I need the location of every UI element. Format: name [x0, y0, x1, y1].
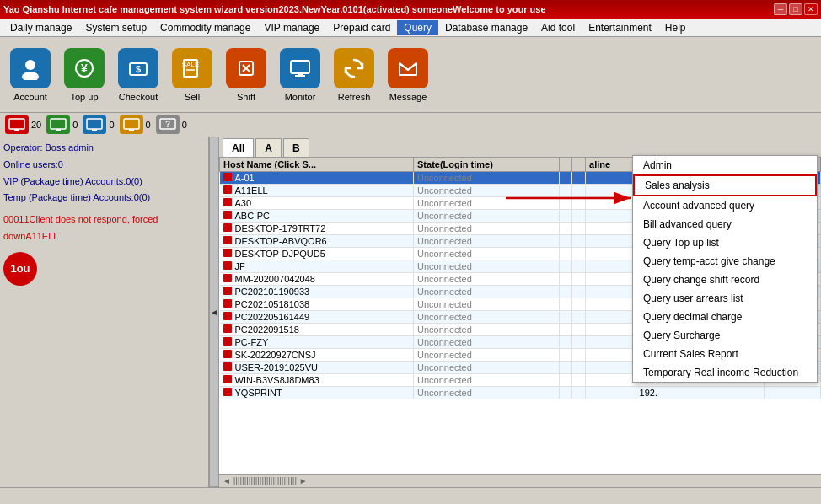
dropdown-bill-advanced[interactable]: Bill advanced query	[633, 215, 817, 233]
menu-database-manage[interactable]: Database manage	[438, 20, 534, 35]
menu-vip-manage[interactable]: VIP manage	[257, 20, 326, 35]
svg-rect-17	[14, 129, 19, 131]
menu-aid-tool[interactable]: Aid tool	[534, 20, 582, 35]
tabs-bar: All A B	[219, 137, 821, 157]
cell-empty2	[572, 197, 586, 210]
cell-state: Unconnected	[414, 349, 560, 362]
menu-entertainment[interactable]: Entertainment	[582, 20, 658, 35]
menu-query[interactable]: Query	[397, 20, 438, 35]
count-red: 20	[31, 120, 41, 130]
dropdown-query-topup[interactable]: Query Top up list	[633, 233, 817, 252]
cell-empty1	[559, 362, 572, 374]
account-icon	[10, 48, 51, 88]
monitor-button[interactable]: Monitor	[275, 41, 325, 109]
cell-state: Unconnected	[414, 223, 560, 235]
menu-system-setup[interactable]: System setup	[78, 20, 153, 35]
dropdown-temp-real[interactable]: Temporary Real income Reduction	[633, 363, 817, 382]
cell-host-name: PC202205161449	[220, 311, 414, 324]
dropdown-query-decimal[interactable]: Query decimal charge	[633, 308, 817, 326]
cell-aline	[586, 223, 636, 235]
topup-button[interactable]: ¥ Top up	[59, 41, 110, 109]
dropdown-sales-analysis[interactable]: Sales analysis	[633, 174, 817, 196]
cell-client	[764, 387, 820, 399]
monitor-icon	[280, 48, 320, 88]
cell-empty2	[572, 235, 586, 248]
sidebar-info: Operator: Boss admin Online users:0 VIP …	[3, 140, 205, 245]
cell-host-name: ABC-PC	[220, 210, 414, 223]
dropdown-query-surcharge[interactable]: Query Surcharge	[633, 326, 817, 345]
menu-daily-manage[interactable]: Daily manage	[3, 20, 78, 35]
cell-state: Unconnected	[414, 273, 560, 286]
cell-empty1	[559, 248, 572, 260]
cell-host-name: A30	[220, 197, 414, 210]
message-button[interactable]: Message	[383, 41, 433, 109]
cell-empty2	[572, 185, 586, 197]
topup-label: Top up	[70, 92, 98, 102]
operator-label: Operator: Boss admin	[3, 140, 205, 157]
cell-empty1	[559, 210, 572, 223]
cell-state: Unconnected	[414, 324, 560, 336]
cell-host-name: YQSPRINT	[220, 387, 414, 399]
cell-aline	[586, 374, 636, 387]
cell-empty2	[572, 311, 586, 324]
cell-empty1	[559, 235, 572, 248]
menubar: Daily manage System setup Commodity mana…	[0, 19, 821, 37]
cell-state: Unconnected	[414, 298, 560, 311]
tab-a[interactable]: A	[255, 138, 282, 157]
cell-host-name: JF	[220, 260, 414, 273]
account-button[interactable]: Account	[5, 41, 56, 109]
cell-state: Unconnected	[414, 197, 560, 210]
tab-b[interactable]: B	[283, 138, 309, 157]
shift-button[interactable]: Shift	[221, 41, 271, 109]
col-empty1	[559, 158, 572, 172]
cell-host-name: SK-20220927CNSJ	[220, 349, 414, 362]
sell-button[interactable]: SALE Sell	[167, 41, 217, 109]
cell-empty1	[559, 374, 572, 387]
cell-empty1	[559, 324, 572, 336]
cell-host-name: PC2022091518	[220, 324, 414, 336]
cell-aline	[586, 273, 636, 286]
temp-package-label: Temp (Package time) Accounts:0(0)	[3, 190, 205, 206]
refresh-button[interactable]: Refresh	[329, 41, 379, 109]
cell-host-name: DESKTOP-179TRT72	[220, 223, 414, 235]
dropdown-query-shift[interactable]: Query change shift record	[633, 271, 817, 289]
cell-state: Unconnected	[414, 235, 560, 248]
dropdown-query-arrears[interactable]: Query user arrears list	[633, 289, 817, 308]
menu-commodity-manage[interactable]: Commodity manage	[153, 20, 257, 35]
dropdown-current-sales[interactable]: Current Sales Report	[633, 345, 817, 363]
menu-help[interactable]: Help	[658, 20, 693, 35]
monitor-status-orange	[120, 115, 143, 134]
col-host-name[interactable]: Host Name (Click S...	[220, 158, 414, 172]
tab-all[interactable]: All	[223, 138, 254, 157]
horizontal-scrollbar[interactable]: ◄ ||||||||||||||||||||||||||||| ►	[219, 474, 821, 487]
status-panel: 20 0 0 0 ? 0	[0, 113, 821, 137]
dropdown-account-advanced[interactable]: Account advanced query	[633, 196, 817, 215]
dropdown-admin[interactable]: Admin	[633, 156, 817, 174]
monitor-status-green	[46, 115, 70, 134]
cell-host-name: USER-20191025VU	[220, 362, 414, 374]
cell-empty1	[559, 273, 572, 286]
cell-host-name: PC202105181038	[220, 298, 414, 311]
svg-rect-21	[92, 129, 97, 131]
cell-host-name: PC202101190933	[220, 286, 414, 298]
dropdown-query-temp[interactable]: Query temp-acct give change	[633, 252, 817, 271]
count-green: 0	[72, 120, 78, 130]
collapse-sidebar-button[interactable]: ◄	[209, 137, 219, 487]
col-aline[interactable]: aline	[586, 158, 636, 172]
cell-aline	[586, 362, 636, 374]
content-area: All A B Host Name (Click S... State(Logi…	[219, 137, 821, 487]
cell-state: Unconnected	[414, 248, 560, 260]
cell-state: Unconnected	[414, 286, 560, 298]
minimize-button[interactable]: ─	[774, 3, 787, 15]
maximize-button[interactable]: □	[789, 3, 802, 15]
table-row[interactable]: YQSPRINTUnconnected192.	[220, 387, 821, 399]
svg-rect-23	[129, 129, 134, 131]
checkout-button[interactable]: $ Checkout	[113, 41, 164, 109]
cell-empty2	[572, 286, 586, 298]
menu-prepaid-card[interactable]: Prepaid card	[326, 20, 397, 35]
close-button[interactable]: ✕	[804, 3, 818, 15]
sidebar: Operator: Boss admin Online users:0 VIP …	[0, 137, 209, 487]
col-state[interactable]: State(Login time)	[414, 158, 560, 172]
cell-state: Unconnected	[414, 210, 560, 223]
cell-aline	[586, 286, 636, 298]
